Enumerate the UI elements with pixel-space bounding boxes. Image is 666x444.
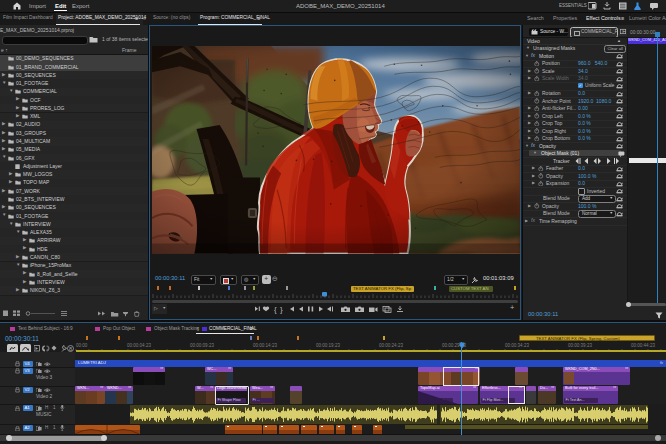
svg-text:00:00:34:23: 00:00:34:23 [505,343,529,348]
svg-text:00:00:04:23: 00:00:04:23 [127,343,151,348]
svg-text:00:00:09:23: 00:00:09:23 [190,343,214,348]
svg-text:}: } [280,305,283,314]
svg-text:00:00:14:23: 00:00:14:23 [253,343,277,348]
svg-text:00:00: 00:00 [76,343,88,348]
svg-text:00:00:39:23: 00:00:39:23 [568,343,592,348]
svg-text:00:00:44:23: 00:00:44:23 [631,343,655,348]
svg-text:00:00:19:23: 00:00:19:23 [316,343,340,348]
svg-text:{: { [274,305,277,314]
svg-text:00:00:24:23: 00:00:24:23 [379,343,403,348]
svg-text:8: 8 [69,346,72,352]
